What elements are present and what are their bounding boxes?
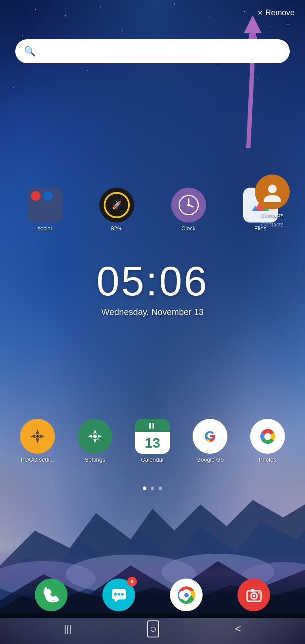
page-dot-2[interactable] [151, 486, 154, 490]
app-clock[interactable]: Clock [165, 188, 213, 232]
time-text: 05:06 [0, 257, 305, 305]
app-social[interactable]: social [21, 188, 69, 232]
messages-badge: 6 [127, 577, 137, 586]
svg-point-31 [114, 593, 117, 596]
app-photos[interactable]: Photos [244, 419, 291, 463]
purple-arrow [231, 13, 266, 153]
dock: 6 [0, 579, 305, 611]
contacts-icon [255, 175, 290, 209]
calendar-icon: ▌▌ 13 [135, 419, 170, 454]
google-icon: G [193, 419, 227, 454]
app-clock-label: Clock [181, 225, 196, 232]
svg-point-29 [264, 433, 271, 440]
dock-camera[interactable] [237, 579, 270, 611]
app-google[interactable]: G Google Go [186, 419, 234, 463]
chrome-icon [170, 579, 203, 611]
svg-point-39 [253, 595, 255, 597]
app-calendar[interactable]: ▌▌ 13 Calendar [129, 419, 176, 463]
photos-icon [250, 419, 285, 454]
app-speed-label: 82% [111, 225, 122, 232]
date-text: Wednesday, November 13 [0, 307, 305, 317]
svg-point-20 [268, 185, 277, 193]
nav-recent-button[interactable]: ||| [64, 623, 71, 634]
svg-marker-11 [244, 15, 261, 33]
svg-rect-40 [251, 589, 254, 592]
page-dot-3[interactable] [159, 486, 162, 490]
app-settings-label: Settings [85, 456, 105, 463]
svg-point-36 [184, 593, 189, 597]
search-icon: 🔍 [24, 46, 36, 57]
page-dots [0, 486, 305, 490]
app-google-label: Google Go [197, 456, 224, 463]
contacts-dragging: Contacts Contacts [255, 175, 290, 228]
svg-point-23 [36, 435, 39, 438]
social-icon [27, 188, 62, 223]
search-bar[interactable]: 🔍 [15, 39, 290, 63]
camera-icon [237, 579, 270, 611]
svg-point-25 [93, 435, 97, 438]
app-settings[interactable]: Settings [71, 419, 119, 463]
app-social-label: social [37, 225, 52, 232]
app-row-2: POCO setti... Settings ▌▌ 13 Calendar [0, 419, 305, 463]
svg-point-32 [118, 593, 120, 596]
time-display: 05:06 Wednesday, November 13 [0, 257, 305, 317]
app-speed[interactable]: 🚀 82% [93, 188, 141, 232]
app-poco-label: POCO setti... [21, 456, 54, 463]
svg-marker-10 [244, 17, 261, 148]
app-poco[interactable]: POCO setti... [14, 419, 61, 463]
nav-back-button[interactable]: < [235, 623, 241, 635]
svg-point-15 [187, 204, 190, 206]
settings-icon [78, 419, 112, 454]
nav-home-button[interactable]: ○ [147, 620, 159, 637]
app-calendar-label: Calendar [141, 456, 164, 463]
dock-chrome[interactable] [170, 579, 203, 611]
nav-bar: ||| ○ < [0, 613, 305, 644]
remove-label[interactable]: Remove [265, 8, 295, 17]
poco-icon [20, 419, 55, 454]
page-dot-1[interactable] [143, 486, 146, 490]
contacts-ghost-label: Contacts [261, 221, 283, 228]
clock-icon [171, 188, 206, 223]
dock-phone[interactable] [35, 579, 68, 611]
calendar-date: 13 [145, 435, 160, 451]
svg-point-41 [258, 592, 260, 594]
svg-point-33 [121, 593, 124, 596]
app-photos-label: Photos [259, 456, 276, 463]
speed-icon: 🚀 [99, 188, 134, 223]
dock-messages[interactable]: 6 [102, 579, 135, 611]
phone-icon [35, 579, 68, 611]
contacts-label: Contacts [261, 212, 283, 219]
